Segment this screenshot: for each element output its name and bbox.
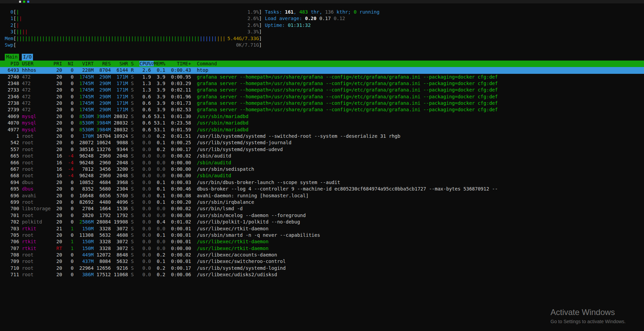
process-row[interactable]: 2738 472 20 0 1745M 290M 171M S 0.6 3.9 … <box>0 100 644 106</box>
meter-bar-ticks: || <box>16 15 22 22</box>
meter-bar-ticks: | <box>16 9 19 15</box>
meter-label: 1 <box>5 15 13 22</box>
process-row[interactable]: 701 root 20 0 2820 1792 1792 S 0.0 0.0 0… <box>0 212 644 219</box>
command-text: dbus-broker --log 4 --controller 9 --mac… <box>197 186 498 192</box>
command-text: /usr/sbin/mcelog --daemon --foreground <box>197 213 306 218</box>
process-row[interactable]: 696 avahi 20 0 16648 6656 5760 S 0.0 0.1… <box>0 193 644 199</box>
column-header-pid[interactable]: PID <box>5 61 19 66</box>
meter-value: 3.3% <box>248 29 259 35</box>
process-row[interactable]: 2740 472 20 0 1745M 290M 171M S 1.9 3.9 … <box>0 74 644 80</box>
meters-right: Tasks: 161, 483 thr, 136 kthr; 0 running… <box>265 9 644 48</box>
meter-open-bracket: [ <box>13 42 16 48</box>
column-header-shr[interactable]: SHR <box>114 61 128 66</box>
process-row[interactable]: 4977 mysql 20 0 8530M 3984M 28032 S 0.6 … <box>0 127 644 133</box>
titlebar-icon <box>19 1 21 3</box>
process-row[interactable]: 4069 mysql 20 0 8530M 3984M 28032 S 0.6 … <box>0 113 644 120</box>
command-text: /usr/sbin/smartd -n -q never --capabilit… <box>197 232 320 238</box>
column-header-ni[interactable]: NI <box>65 61 73 66</box>
process-row[interactable]: 710 root 20 0 22964 12656 9216 S 0.0 0.2… <box>0 265 644 271</box>
command-text: /usr/libexec/rtkit-daemon <box>197 239 269 244</box>
command-text: avahi-daemon: running [hosmaster.local] <box>197 193 309 198</box>
screen-tabs: Main I/O <box>5 54 644 60</box>
watermark-title: Activate Windows <box>550 308 626 317</box>
process-row[interactable]: 665 root 16 -4 96248 2960 2048 S 0.0 0.0… <box>0 153 644 159</box>
meter-close-bracket: ] <box>259 29 262 35</box>
process-row[interactable]: 2346 472 20 0 1745M 290M 171M S 0.6 3.9 … <box>0 94 644 100</box>
meter-value: 0K/7.71G <box>236 42 259 48</box>
column-header-res[interactable]: RES <box>97 61 111 66</box>
activate-windows-watermark: Activate Windows Go to Settings to activ… <box>550 308 626 324</box>
meter-label: 0 <box>5 9 13 15</box>
table-header-row: PID USER PRI NI VIRT RES SHR S CPU%▽MEM%… <box>0 61 644 67</box>
process-row[interactable]: 4070 mysql 20 0 8530M 3984M 28032 S 0.6 … <box>0 120 644 126</box>
meter-close-bracket: ] <box>259 15 262 22</box>
meter-open-bracket: [ <box>13 29 16 35</box>
process-table: PID USER PRI NI VIRT RES SHR S CPU%▽MEM%… <box>0 61 644 278</box>
process-row[interactable]: 706 rtkit 20 1 150M 3328 3072 S 0.0 0.0 … <box>0 238 644 245</box>
command-text: /sbin/auditd <box>197 173 231 178</box>
command-text: /usr/lib/systemd/systemd-journald <box>197 140 291 145</box>
meter-close-bracket: ] <box>259 9 262 15</box>
cpu-meter-1: 1[||2.6%] <box>5 15 262 22</box>
process-row[interactable]: 709 root 20 0 437M 8084 5632 S 0.0 0.1 0… <box>0 258 644 265</box>
command-text: grafana server --homepath=/usr/share/gra… <box>197 107 498 112</box>
tasks-meter: Tasks: 161, 483 thr, 136 kthr; 0 running <box>265 9 644 15</box>
column-header-time[interactable]: TIME+ <box>168 61 191 66</box>
cpu-meter-0: 0[|1.9%] <box>5 9 262 15</box>
process-row[interactable]: 542 root 20 0 28072 10624 9088 S 0.0 0.1… <box>0 139 644 146</box>
meter-value: 5.44G/7.33G <box>227 35 259 42</box>
cpu-meter-2: 2[|2.6%] <box>5 22 262 29</box>
process-row[interactable]: 2733 472 20 0 1745M 290M 171M S 1.3 3.9 … <box>0 87 644 93</box>
meter-label: Mem <box>5 35 13 42</box>
tab-main[interactable]: Main <box>5 54 19 60</box>
command-text: /usr/sbin/mariadbd <box>197 127 249 132</box>
process-row[interactable]: 702 polkitd 20 0 2586M 28084 19908 S 0.0… <box>0 219 644 225</box>
process-row[interactable]: 703 rtkit 21 1 150M 3328 3072 S 0.0 0.0 … <box>0 226 644 232</box>
command-text: /sbin/auditd <box>197 153 231 159</box>
memory-meter: Mem[||||||||||||||||||||||||||||||||||||… <box>5 35 262 42</box>
meter-bar-ticks: ||||||||||||||||||||||||||||||||||||||||… <box>16 35 225 42</box>
column-header-command[interactable]: Command <box>197 61 217 66</box>
command-text: /usr/bin/dbus-broker-launch --scope syst… <box>197 180 340 185</box>
column-header-virt[interactable]: VIRT <box>77 61 94 66</box>
process-row[interactable]: 2739 472 20 0 1745M 290M 171M S 0.6 3.9 … <box>0 106 644 113</box>
process-row[interactable]: 6493 hhhos 20 0 228M 8704 6144 R 2.6 0.1… <box>0 67 644 73</box>
command-text: /usr/sbin/mariadbd <box>197 120 249 126</box>
process-row[interactable]: 700 libstorage 20 0 2704 1664 1536 S 0.0… <box>0 205 644 212</box>
process-row[interactable]: 667 root 16 -4 7812 3456 3200 S 0.0 0.0 … <box>0 166 644 172</box>
column-header-cpu[interactable]: CPU% <box>139 61 151 66</box>
meter-area: 0[|1.9%] 1[||2.6%] 2[|2.6%] 3[||||3.3%]M… <box>0 3 644 48</box>
process-row[interactable]: 708 root 20 0 449M 12072 8648 S 0.0 0.2 … <box>0 252 644 258</box>
process-row[interactable]: 1 root 20 0 170M 16704 10924 S 0.0 0.2 0… <box>0 133 644 139</box>
process-row[interactable]: 699 root 20 0 82692 4480 4096 S 0.0 0.1 … <box>0 199 644 205</box>
command-text: /usr/libexec/rtkit-daemon <box>197 226 269 231</box>
column-header-s[interactable]: S <box>131 61 134 66</box>
process-row[interactable]: 557 root 20 0 38516 13276 9344 S 0.0 0.2… <box>0 146 644 153</box>
meter-close-bracket: ] <box>259 35 262 42</box>
process-row[interactable]: 695 dbus 20 0 8352 5680 2304 S 0.0 0.1 0… <box>0 186 644 192</box>
command-text: /usr/lib/systemd/systemd-logind <box>197 265 286 271</box>
process-row[interactable]: 705 root 20 0 11308 5632 4608 S 0.0 0.1 … <box>0 232 644 238</box>
meter-value: 2.6% <box>248 22 259 29</box>
process-row[interactable]: 668 root 16 -4 96248 2960 2048 S 0.0 0.0… <box>0 172 644 179</box>
meter-open-bracket: [ <box>13 15 16 22</box>
tab-io[interactable]: I/O <box>22 54 33 60</box>
command-text: htop <box>197 67 208 73</box>
process-row[interactable]: 694 dbus 20 0 10852 4684 3968 S 0.0 0.1 … <box>0 179 644 186</box>
swap-meter: Swp[0K/7.71G] <box>5 42 262 48</box>
command-text: /usr/lib/polkit-1/polkitd --no-debug <box>197 219 300 225</box>
process-row[interactable]: 711 root 20 0 386M 17512 11068 S 0.0 0.2… <box>0 271 644 278</box>
command-text: /usr/lib/systemd/systemd-udevd <box>197 147 283 152</box>
meter-bar-ticks: | <box>16 22 19 29</box>
command-text: /usr/sbin/sedispatch <box>197 166 254 172</box>
process-row[interactable]: 666 root 16 -4 96248 2960 2048 S 0.0 0.0… <box>0 160 644 166</box>
process-row[interactable]: 2348 472 20 0 1745M 290M 171M S 1.3 3.9 … <box>0 80 644 87</box>
column-header-pri[interactable]: PRI <box>53 61 62 66</box>
column-header-mem[interactable]: MEM% <box>154 61 165 66</box>
window-titlebar-sliver <box>0 0 644 3</box>
meter-value: 2.6% <box>248 15 259 22</box>
column-header-user[interactable]: USER <box>22 61 51 66</box>
command-text: grafana server --homepath=/usr/share/gra… <box>197 87 498 93</box>
cpu-meter-3: 3[||||3.3%] <box>5 29 262 35</box>
process-row[interactable]: 707 rtkit RT 1 150M 3328 3072 S 0.0 0.0 … <box>0 245 644 252</box>
